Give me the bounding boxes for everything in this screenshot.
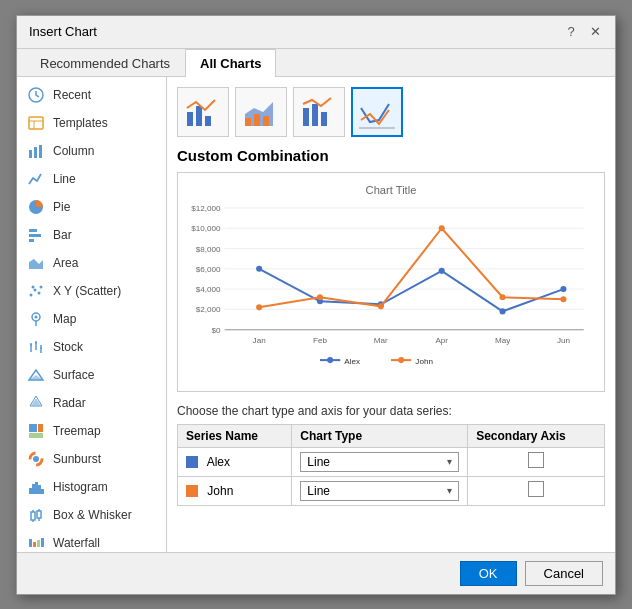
map-icon bbox=[27, 310, 45, 328]
sidebar-label-stock: Stock bbox=[53, 340, 83, 354]
table-row: Alex Line ▾ bbox=[178, 447, 605, 476]
sidebar-item-box-whisker[interactable]: Box & Whisker bbox=[17, 501, 166, 529]
cancel-button[interactable]: Cancel bbox=[525, 561, 603, 586]
secondary-axis-john[interactable] bbox=[468, 476, 605, 505]
area-icon bbox=[27, 254, 45, 272]
svg-text:Feb: Feb bbox=[313, 335, 327, 344]
chart-preview: Chart Title $12,000 $10,000 $8,000 $6,00… bbox=[177, 172, 605, 392]
svg-point-13 bbox=[34, 288, 37, 291]
sidebar-item-radar[interactable]: Radar bbox=[17, 389, 166, 417]
svg-point-86 bbox=[500, 308, 506, 314]
col-header-series-name: Series Name bbox=[178, 424, 292, 447]
sidebar-label-box-whisker: Box & Whisker bbox=[53, 508, 132, 522]
john-secondary-axis-checkbox[interactable] bbox=[528, 481, 544, 497]
svg-rect-6 bbox=[39, 145, 42, 158]
close-button[interactable]: ✕ bbox=[587, 24, 603, 40]
svg-point-14 bbox=[38, 291, 41, 294]
svg-point-18 bbox=[35, 315, 38, 318]
sidebar-label-recent: Recent bbox=[53, 88, 91, 102]
combo-type-4[interactable] bbox=[351, 87, 403, 137]
svg-text:Jun: Jun bbox=[557, 335, 570, 344]
sidebar-item-waterfall[interactable]: Waterfall bbox=[17, 529, 166, 552]
sidebar-item-area[interactable]: Area bbox=[17, 249, 166, 277]
title-bar-buttons: ? ✕ bbox=[563, 24, 603, 40]
svg-rect-38 bbox=[41, 489, 44, 494]
pie-icon bbox=[27, 198, 45, 216]
sidebar-label-line: Line bbox=[53, 172, 76, 186]
sidebar-item-line[interactable]: Line bbox=[17, 165, 166, 193]
svg-point-91 bbox=[439, 225, 445, 231]
sidebar-item-stock[interactable]: Stock bbox=[17, 333, 166, 361]
svg-rect-31 bbox=[29, 433, 43, 438]
alex-chart-type-select[interactable]: Line ▾ bbox=[300, 452, 459, 472]
footer: OK Cancel bbox=[17, 552, 615, 594]
series-config-title: Choose the chart type and axis for your … bbox=[177, 404, 605, 418]
john-chart-type-select[interactable]: Line ▾ bbox=[300, 481, 459, 501]
histogram-icon bbox=[27, 478, 45, 496]
alex-dropdown-arrow: ▾ bbox=[447, 456, 452, 467]
tab-recommended[interactable]: Recommended Charts bbox=[25, 49, 185, 77]
line-icon bbox=[27, 170, 45, 188]
templates-icon bbox=[27, 114, 45, 132]
svg-rect-47 bbox=[37, 540, 40, 547]
sidebar-item-surface[interactable]: Surface bbox=[17, 361, 166, 389]
sidebar-label-area: Area bbox=[53, 256, 78, 270]
help-button[interactable]: ? bbox=[563, 24, 579, 40]
svg-rect-1 bbox=[29, 117, 43, 129]
bar-icon bbox=[27, 226, 45, 244]
svg-text:$8,000: $8,000 bbox=[196, 244, 221, 253]
sidebar-label-map: Map bbox=[53, 312, 76, 326]
tab-all-charts[interactable]: All Charts bbox=[185, 49, 276, 77]
sidebar-item-treemap[interactable]: Treemap bbox=[17, 417, 166, 445]
svg-point-15 bbox=[40, 285, 43, 288]
svg-text:$10,000: $10,000 bbox=[191, 224, 221, 233]
recent-icon bbox=[27, 86, 45, 104]
scatter-icon bbox=[27, 282, 45, 300]
sidebar-item-map[interactable]: Map bbox=[17, 305, 166, 333]
dialog-title: Insert Chart bbox=[29, 24, 97, 39]
combo-type-1[interactable] bbox=[177, 87, 229, 137]
svg-rect-62 bbox=[303, 108, 309, 126]
alex-secondary-axis-checkbox[interactable] bbox=[528, 452, 544, 468]
svg-rect-59 bbox=[245, 118, 251, 126]
svg-rect-60 bbox=[254, 114, 260, 126]
sidebar-label-bar: Bar bbox=[53, 228, 72, 242]
svg-point-12 bbox=[30, 293, 33, 296]
sidebar-item-histogram[interactable]: Histogram bbox=[17, 473, 166, 501]
sidebar-label-radar: Radar bbox=[53, 396, 86, 410]
combo-type-3[interactable] bbox=[293, 87, 345, 137]
svg-text:May: May bbox=[495, 335, 511, 344]
svg-text:$4,000: $4,000 bbox=[196, 285, 221, 294]
sidebar-item-column[interactable]: Column bbox=[17, 137, 166, 165]
sidebar-item-sunburst[interactable]: Sunburst bbox=[17, 445, 166, 473]
svg-rect-36 bbox=[35, 482, 38, 494]
svg-point-32 bbox=[33, 456, 39, 462]
svg-rect-57 bbox=[205, 116, 211, 126]
sidebar-item-pie[interactable]: Pie bbox=[17, 193, 166, 221]
content-area: Recent Templates Column Li bbox=[17, 77, 615, 552]
sunburst-icon bbox=[27, 450, 45, 468]
chart-type-dropdown-john[interactable]: Line ▾ bbox=[292, 476, 468, 505]
main-panel: Custom Combination Chart Title $12,000 $… bbox=[167, 77, 615, 552]
sidebar-label-histogram: Histogram bbox=[53, 480, 108, 494]
sidebar-item-templates[interactable]: Templates bbox=[17, 109, 166, 137]
secondary-axis-alex[interactable] bbox=[468, 447, 605, 476]
sidebar-item-xy-scatter[interactable]: X Y (Scatter) bbox=[17, 277, 166, 305]
svg-rect-55 bbox=[187, 112, 193, 126]
series-name-john: John bbox=[178, 476, 292, 505]
ok-button[interactable]: OK bbox=[460, 561, 517, 586]
combo-type-2[interactable] bbox=[235, 87, 287, 137]
sidebar-label-waterfall: Waterfall bbox=[53, 536, 100, 550]
svg-point-90 bbox=[378, 303, 384, 309]
svg-rect-45 bbox=[29, 539, 32, 547]
chart-type-dropdown-alex[interactable]: Line ▾ bbox=[292, 447, 468, 476]
sidebar: Recent Templates Column Li bbox=[17, 77, 167, 552]
sidebar-label-xy-scatter: X Y (Scatter) bbox=[53, 284, 121, 298]
box-icon bbox=[27, 506, 45, 524]
svg-rect-64 bbox=[321, 112, 327, 126]
col-header-chart-type: Chart Type bbox=[292, 424, 468, 447]
sidebar-item-recent[interactable]: Recent bbox=[17, 81, 166, 109]
svg-rect-42 bbox=[37, 511, 41, 518]
sidebar-item-bar[interactable]: Bar bbox=[17, 221, 166, 249]
svg-rect-56 bbox=[196, 106, 202, 126]
